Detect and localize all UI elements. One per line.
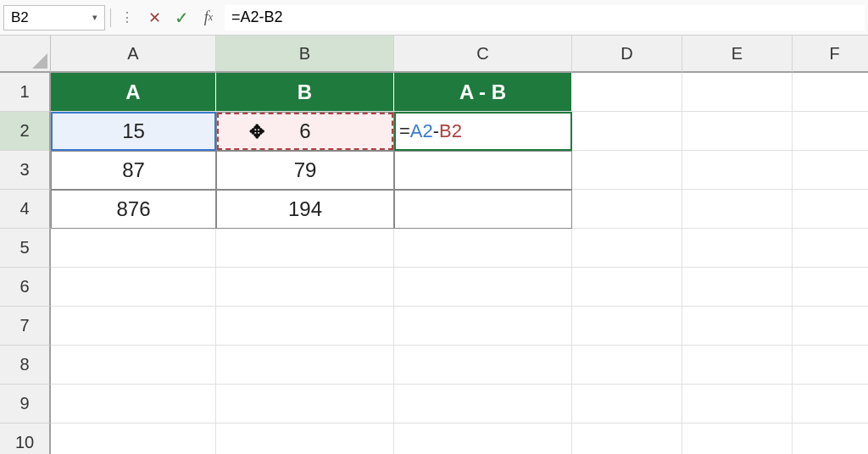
table-row xyxy=(51,229,868,268)
cell-a9[interactable] xyxy=(51,385,216,424)
column-header-d[interactable]: D xyxy=(572,36,682,73)
cell-c8[interactable] xyxy=(394,346,572,385)
cell-a6[interactable] xyxy=(51,268,216,307)
table-row: 15✥6=A2-B2 xyxy=(51,112,868,151)
cell-b9[interactable] xyxy=(216,385,394,424)
cell-e9[interactable] xyxy=(682,385,793,424)
cell-d5[interactable] xyxy=(572,229,682,268)
name-box-value: B2 xyxy=(11,9,29,26)
cell-c6[interactable] xyxy=(394,268,572,307)
cell-f5[interactable] xyxy=(793,229,868,268)
cell-d7[interactable] xyxy=(572,307,682,346)
svg-marker-0 xyxy=(32,53,47,69)
cell-c7[interactable] xyxy=(394,307,572,346)
cell-c1[interactable]: A - B xyxy=(394,73,572,112)
row-header-10[interactable]: 10 xyxy=(0,424,51,454)
cell-b1[interactable]: B xyxy=(216,73,394,112)
cell-f9[interactable] xyxy=(793,385,868,424)
table-row: 876194 xyxy=(51,190,868,229)
cancel-button[interactable]: ✕ xyxy=(143,7,165,29)
formula-text: =A2-B2 xyxy=(231,8,283,26)
table-row xyxy=(51,307,868,346)
cell-c9[interactable] xyxy=(394,385,572,424)
cell-a2[interactable]: 15 xyxy=(51,112,216,151)
cell-e2[interactable] xyxy=(682,112,793,151)
cell-f8[interactable] xyxy=(793,346,868,385)
row-header-7[interactable]: 7 xyxy=(0,307,51,346)
cell-e5[interactable] xyxy=(682,229,793,268)
select-all-icon xyxy=(32,53,47,69)
table-row: ABA - B xyxy=(51,73,868,112)
formula-input[interactable]: =A2-B2 xyxy=(225,5,865,30)
column-header-c[interactable]: C xyxy=(394,36,572,73)
cell-d8[interactable] xyxy=(572,346,682,385)
column-headers: ABCDEF xyxy=(51,36,868,73)
row-header-4[interactable]: 4 xyxy=(0,190,51,229)
row-header-1[interactable]: 1 xyxy=(0,73,51,112)
fx-icon[interactable]: fx xyxy=(198,7,220,29)
name-box[interactable]: B2 ▾ xyxy=(3,5,105,30)
cell-f7[interactable] xyxy=(793,307,868,346)
accept-button[interactable]: ✓ xyxy=(170,7,192,29)
select-all-corner[interactable] xyxy=(0,36,51,73)
cell-e3[interactable] xyxy=(682,151,793,190)
cell-b3[interactable]: 79 xyxy=(216,151,394,190)
cell-a1[interactable]: A xyxy=(51,73,216,112)
cell-b4[interactable]: 194 xyxy=(216,190,394,229)
cell-a4[interactable]: 876 xyxy=(51,190,216,229)
cell-d3[interactable] xyxy=(572,151,682,190)
cell-a8[interactable] xyxy=(51,346,216,385)
chevron-down-icon[interactable]: ▾ xyxy=(92,12,97,23)
column-header-e[interactable]: E xyxy=(682,36,793,73)
cell-d9[interactable] xyxy=(572,385,682,424)
cell-b5[interactable] xyxy=(216,229,394,268)
cell-b10[interactable] xyxy=(216,424,394,454)
cell-e4[interactable] xyxy=(682,190,793,229)
cell-f1[interactable] xyxy=(793,73,868,112)
column-header-f[interactable]: F xyxy=(793,36,868,73)
cell-value: 6 xyxy=(299,119,310,143)
cell-a5[interactable] xyxy=(51,229,216,268)
column-header-b[interactable]: B xyxy=(216,36,394,73)
cell-a10[interactable] xyxy=(51,424,216,454)
cell-f4[interactable] xyxy=(793,190,868,229)
cell-c3[interactable] xyxy=(394,151,572,190)
cell-d6[interactable] xyxy=(572,268,682,307)
table-row xyxy=(51,346,868,385)
cell-b6[interactable] xyxy=(216,268,394,307)
cell-d4[interactable] xyxy=(572,190,682,229)
more-icon[interactable]: ⋮ xyxy=(116,7,138,29)
cell-d1[interactable] xyxy=(572,73,682,112)
cell-b2[interactable]: ✥6 xyxy=(216,112,394,151)
cell-e6[interactable] xyxy=(682,268,793,307)
cell-e7[interactable] xyxy=(682,307,793,346)
column-header-a[interactable]: A xyxy=(51,36,216,73)
cell-b8[interactable] xyxy=(216,346,394,385)
cell-e10[interactable] xyxy=(682,424,793,454)
cell-e1[interactable] xyxy=(682,73,793,112)
cell-c4[interactable] xyxy=(394,190,572,229)
cell-c2[interactable]: =A2-B2 xyxy=(394,112,572,151)
row-header-8[interactable]: 8 xyxy=(0,346,51,385)
row-header-9[interactable]: 9 xyxy=(0,385,51,424)
cell-c10[interactable] xyxy=(394,424,572,454)
table-row xyxy=(51,268,868,307)
row-header-3[interactable]: 3 xyxy=(0,151,51,190)
cell-e8[interactable] xyxy=(682,346,793,385)
table-row xyxy=(51,424,868,454)
cell-c5[interactable] xyxy=(394,229,572,268)
row-header-6[interactable]: 6 xyxy=(0,268,51,307)
row-header-2[interactable]: 2 xyxy=(0,112,51,151)
cell-d2[interactable] xyxy=(572,112,682,151)
cell-a3[interactable]: 87 xyxy=(51,151,216,190)
cell-f2[interactable] xyxy=(793,112,868,151)
cell-b7[interactable] xyxy=(216,307,394,346)
row-header-5[interactable]: 5 xyxy=(0,229,51,268)
cell-d10[interactable] xyxy=(572,424,682,454)
cell-f10[interactable] xyxy=(793,424,868,454)
cell-f3[interactable] xyxy=(793,151,868,190)
formula-display: =A2-B2 xyxy=(399,120,462,142)
cell-f6[interactable] xyxy=(793,268,868,307)
cell-a7[interactable] xyxy=(51,307,216,346)
divider xyxy=(110,8,111,27)
